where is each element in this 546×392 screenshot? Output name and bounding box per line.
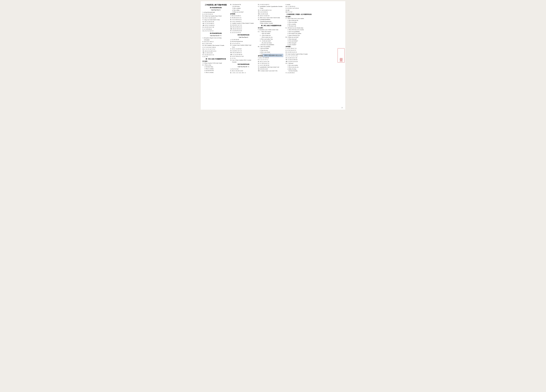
list-item: 3. This is a student.: [202, 68, 229, 70]
list-item: 2. —Nice to meet you.: [258, 34, 285, 36]
list-item: Ⅱ. 1.T 2.F 3.T 4.F 5.F: [202, 13, 229, 15]
column-2: Ⅲ. 1. I'm from the UK. 2. Hi, Mr Jones. …: [230, 4, 257, 74]
list-item: Ⅸ. 1.D 2.B 3.E 4.C 5.A: [202, 54, 229, 56]
list-item: Ⅶ. 1.D 2.A 3.B 4.E 5.C: [230, 52, 257, 54]
list-item: 5. Where are you from?: [230, 11, 257, 13]
list-item: Ⅳ. 1.He 2.students 3.She 4.teacher 5.Can…: [202, 45, 229, 46]
list-item: Ⅰ. 1.B 2.C 3.C 4.B 5.B: [258, 57, 285, 59]
list-item: 2. She is from the UK.: [286, 20, 312, 21]
list-item: 3.father 4.mother 5.brother: [258, 22, 285, 24]
list-item: Ⅴ. 1.A 2.C 3.B 3.B 5.B: [258, 64, 285, 66]
list-item: 6.teacher: [230, 61, 257, 63]
list-item: 5.B student: [202, 39, 229, 41]
col2-cankao: Ⅰ. 1.B 2.A 3.A 4.B 5.C Ⅱ. 1.B 2.B 3.A 4.…: [230, 15, 257, 33]
list-item: Ⅱ. 1.T 2.F 3.F 4.T 5.T: [286, 49, 312, 51]
list-item: Ⅸ. 1.A 2.B 3.B 4.A 5.B: [230, 30, 257, 32]
list-item: Ⅵ. 1.A 2.B 3.C 4.C 5.A: [230, 50, 257, 52]
list-item: Ⅲ. 1.B 2.C 3.A 4.C 5.B: [258, 61, 285, 63]
list-item: Ⅲ. 1. Where are you from?: [286, 36, 312, 38]
list-item: Ⅳ. 1.A 2.C 3.B 4.B 5.C: [230, 20, 257, 22]
col1-lines2: Ⅰ. 1.B teacher 2.B girl 3.A he 4.A China…: [202, 37, 229, 58]
list-item: 5. Anna is from the USA.: [286, 34, 312, 36]
list-item: Ⅶ. 1.B 2.A 3.A 4.B 5.A 6.A: [202, 50, 229, 52]
list-item: 3. This is my father.: [286, 21, 312, 23]
unit-exam1-title: 第一单元 名校三年真题素养评价卷: [202, 58, 229, 60]
list-item: Ⅷ. 1.A 2.B 3.A 4.B: [258, 13, 285, 15]
list-item: Ⅶ. 1.C 2.A 3.A 4.B 5.C: [202, 23, 229, 25]
unit-two-parta-title: Unit Two Part A: [230, 36, 257, 38]
unit-one-parta-title: Unit One Part A: [202, 9, 229, 11]
list-item: 5. The man is tall.: [286, 25, 312, 27]
list-item: 6.son: [230, 46, 257, 48]
list-item: Ⅰ. 1.A 2.B 3.B 4.B: [230, 39, 257, 41]
list-item: Ⅲ. 1.A 2.B 3.A 4.A 5.A: [286, 51, 312, 53]
can-kao-label4: 参考答案：: [286, 46, 312, 48]
week4-title: 第4周 教材素养形成卷: [230, 63, 257, 65]
list-item: B)1.T 2.T 3.F: [286, 11, 312, 13]
list-item: Ⅱ. 1.× 2.√ 3.× 4.× 5.√: [258, 59, 285, 61]
list-item: Ⅳ. 1.C 2.B 3.A 4.C 5.C: [258, 62, 285, 64]
week3-title: 第3周 教材素养形成卷: [230, 34, 257, 36]
list-item: 5. Is he a teacher?: [286, 44, 312, 46]
list-item: Ⅴ. 1.student 2.teacher 3.China 4.hands 5…: [230, 22, 257, 24]
list-item: 4. Who's that girl?: [286, 42, 312, 44]
list-item: Ⅳ. 1.D 2.C 3.E 4.B 5.A 6.F: [202, 17, 229, 19]
list-item: Ⅳ. 1.A 2.B 3.A 4.B 5.C: [258, 4, 285, 6]
list-item: Ⅺ. 1.grandpa/grandfather: [258, 19, 285, 20]
list-item: 2. This is Mr Jones, he's a teacher.: [286, 29, 312, 31]
page-number: 57: [341, 107, 343, 109]
list-item: 3. This is my grandfather.: [286, 31, 312, 33]
list-item: Ⅴ. 1.C 2.A 3.A 4.C 5.B 6.A: [202, 46, 229, 48]
list-item: 6. teacher: [286, 4, 312, 6]
list-item: 2. He's a new teacher.: [286, 64, 312, 66]
list-item: Ⅰ. 1.B teacher 2.B girl 3.A he 4.A China: [202, 37, 229, 39]
ting-liao-label3: 听力材料：: [258, 27, 285, 29]
list-item: 3. They love me.: [258, 49, 285, 51]
column-4: 6. teacher Ⅸ. 1.C 2.B 3.D 4.A Ⅹ. 1.E 2.B…: [286, 4, 312, 74]
list-item: 3. Is he your brother?: [286, 40, 312, 42]
banner-overlay: 网球大满贯赛事中英文介绍: [263, 54, 283, 57]
list-item: Ⅹ. 1.Ben 2.Lucy 3.Jack 4.Ann 5.Sam 6.Lin…: [258, 17, 285, 19]
unit-exam2-title: 第二单元 名校三年真题素养评价卷: [258, 25, 285, 27]
list-item: Ⅷ. 1.C 2.A 3.E 4.B 5.D: [230, 54, 257, 56]
list-item: Ⅳ. 1.woman 2.man 3.mother 4.father 5.dad: [230, 44, 257, 46]
list-item: Ⅴ. 1.grandfather 2.mother 3.grandmother …: [258, 6, 285, 7]
list-item: Ⅲ. 1.e 2.e 3.e 4.e 5.e: [230, 42, 257, 44]
list-item: 2. Who's that man?: [286, 38, 312, 40]
list-item: Ⅲ. 1. This is my grandma.: [258, 46, 285, 48]
list-item: Ⅶ. 1.B 2.A 3.B 4.A 5.A: [230, 26, 257, 28]
list-item: 5.sister: [258, 7, 285, 9]
page: 三年级英语人教下册参考答案 第1周 教材素养形成卷 Unit One Part …: [201, 1, 345, 110]
col1-lines: Ⅰ. cat bag dad panda hand Ⅱ. 1.T 2.F 3.T…: [202, 11, 229, 32]
list-item: Ⅷ. 1.D 2.C 3.A 4.B 5.E: [202, 25, 229, 26]
list-item: Ⅺ. 1.my 2.China 3.student 4.He's 5.woman: [230, 59, 257, 61]
list-item: Ⅶ. 1.B 2.B 3.A 4.B: [258, 68, 285, 70]
list-item: Ⅱ. 1. —Who's that woman?: [258, 31, 285, 33]
list-item: Ⅵ. 1.C 2.B 3.A 4.B 5.C 6.A: [258, 9, 285, 11]
week2-title: 第2周 教材素养形成卷: [202, 33, 229, 34]
list-item: 2. He's my brother.: [258, 47, 285, 49]
list-item: 4. She's a new friend.: [258, 51, 285, 53]
list-item: Ⅸ. 1.E 2.F 3.B 4.A 5.C 6.D: [230, 55, 257, 57]
list-item: Ⅵ. 1.× 2.√ 3.× 4.√ 5.× 6.√: [202, 48, 229, 50]
list-item: Ⅷ. 1.A 2.B 3.A 4.A 5.B: [286, 61, 312, 63]
list-item: Ⅱ. 1.B 2.B 3.A 4.C 5.A: [230, 17, 257, 19]
list-item: Ⅹ. 1.C 2.D 3.B 4.A: [202, 28, 229, 30]
list-item: Ⅹ. 1.E 2.B 3.C 4.F 5.D 6.A: [286, 7, 312, 9]
list-item: 2. I'm from China.: [202, 66, 229, 68]
list-item: Ⅲ. 1. I'm from the UK.: [230, 4, 257, 6]
list-item: 2.grandma/grandmother: [258, 20, 285, 22]
list-item: Ⅰ. 1. This is Amy, she is a new student.: [286, 18, 312, 20]
list-item: Ⅰ. 1.China 2.teacher 3.USA 4.she 5.hand: [202, 62, 229, 64]
list-item: Ⅴ. 1.bag 2.cat 3.dad 4.hand 5.China: [202, 19, 229, 21]
stamp: 答案: [338, 48, 345, 63]
month-exam-title: 三年级英语第二学期第一次月考素养评价卷: [286, 13, 312, 15]
col4-cankao: Ⅰ. 1.A 2.C 3.B 4.C 5.A Ⅱ. 1.T 2.F 3.F 4.…: [286, 47, 312, 74]
list-item: Ⅱ. 1. We have two new friends today.: [286, 27, 312, 29]
list-item: Ⅴ. 1.E 2.C 3.A 4.D 5.B: [230, 48, 257, 50]
list-item: Ⅸ. 1.E 2.D 3.A 4.C 5.B: [202, 26, 229, 28]
list-item: Ⅱ. 1.B 2.C 3.E 4.D 5.A 6.F: [230, 70, 257, 72]
week1-title: 第1周 教材素养形成卷: [202, 7, 229, 9]
list-item: Ⅹ. 1.C 2.A: [230, 57, 257, 59]
list-item: Ⅰ. 1.A 2.C 3.B 4.C 5.A: [286, 47, 312, 49]
